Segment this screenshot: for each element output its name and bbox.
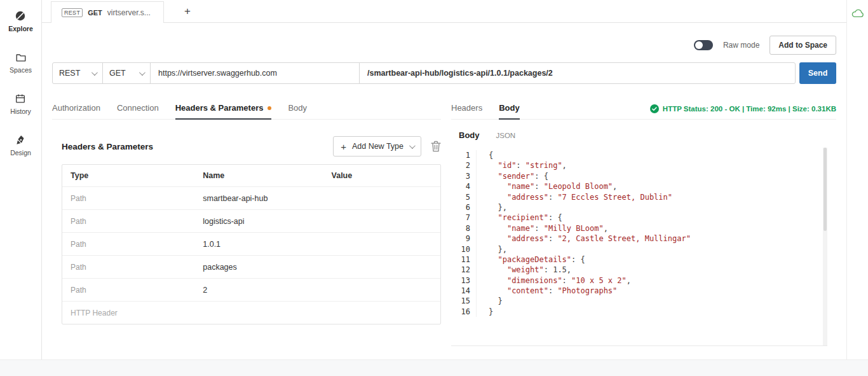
cloud-icon[interactable] — [851, 9, 865, 19]
add-new-type-button[interactable]: + Add New Type — [333, 136, 421, 157]
toggle-knob — [695, 41, 703, 49]
param-name: logistics-api — [194, 217, 323, 226]
response-body-header: Body JSON — [451, 130, 836, 140]
swaggerhub-explore-app: ExploreSpacesHistoryDesign REST GET virt… — [0, 0, 868, 376]
param-row[interactable]: Pathpackages — [62, 255, 440, 278]
request-tab-authorization[interactable]: Authorization — [52, 98, 100, 120]
method-select[interactable]: GET — [102, 62, 151, 84]
param-row[interactable]: Pathsmartbear-api-hub — [62, 186, 440, 209]
toolbar: Raw mode Add to Space — [42, 23, 846, 61]
params-table: TypeNameValue Pathsmartbear-api-hubPathl… — [62, 164, 441, 324]
params-panel: Headers & Parameters + Add New Type — [52, 136, 441, 324]
param-row[interactable]: Path2 — [62, 278, 440, 301]
sidebar-item-label: Spaces — [10, 66, 32, 74]
history-icon — [15, 93, 26, 104]
design-icon — [15, 134, 27, 146]
response-body-editor[interactable]: 12345678910111213141516 { "id": "string"… — [451, 148, 827, 346]
sidebar-item-spaces[interactable]: Spaces — [10, 52, 32, 74]
param-type: Path — [62, 286, 194, 295]
right-rail — [846, 0, 868, 376]
raw-mode-label: Raw mode — [723, 41, 759, 50]
request-tabs-row: AuthorizationConnectionHeaders & Paramet… — [52, 98, 441, 120]
request-tab-body[interactable]: Body — [288, 98, 307, 120]
response-panel: HeadersBody HTTP Status: 200 - OK | Time… — [451, 98, 836, 346]
params-table-body: Pathsmartbear-api-hubPathlogistics-apiPa… — [62, 186, 440, 324]
response-status: HTTP Status: 200 - OK | Time: 92ms | Siz… — [650, 104, 836, 113]
tab-label: Connection — [117, 103, 159, 113]
param-type: Path — [62, 194, 194, 203]
check-circle-icon — [650, 104, 659, 113]
tab-label: Body — [288, 103, 307, 113]
param-name: smartbear-api-hub — [194, 194, 323, 203]
request-tab-connection[interactable]: Connection — [117, 98, 159, 120]
response-tab-body[interactable]: Body — [499, 98, 520, 120]
response-body-title: Body — [459, 130, 480, 140]
code-block: 12345678910111213141516 { "id": "string"… — [459, 150, 827, 317]
params-panel-title: Headers & Parameters — [62, 142, 153, 151]
protocol-select[interactable]: REST — [52, 62, 103, 84]
sidebar-nav: ExploreSpacesHistoryDesign — [0, 0, 42, 376]
param-row[interactable]: Path1.0.1 — [62, 232, 440, 255]
response-tabs: HeadersBody — [451, 98, 520, 120]
tab-label: Body — [499, 103, 520, 113]
main-area: REST GET virtserver.s... + Raw mode Add … — [42, 0, 846, 376]
param-type: Path — [62, 263, 194, 272]
method-value: GET — [109, 69, 126, 78]
chevron-down-icon — [92, 69, 98, 76]
param-row[interactable]: HTTP Header — [62, 301, 440, 324]
response-body-format: JSON — [496, 132, 516, 139]
param-type: HTTP Header — [62, 309, 194, 317]
trash-icon[interactable] — [431, 141, 441, 152]
param-row[interactable]: Pathlogistics-api — [62, 209, 440, 232]
response-tabs-row: HeadersBody HTTP Status: 200 - OK | Time… — [451, 98, 836, 120]
chevron-down-icon — [409, 143, 416, 149]
response-tab-headers[interactable]: Headers — [451, 98, 482, 120]
sidebar-item-history[interactable]: History — [10, 93, 31, 115]
editor-scrollbar[interactable] — [823, 148, 827, 345]
request-document-tab[interactable]: REST GET virtserver.s... — [51, 1, 164, 23]
request-tabs: AuthorizationConnectionHeaders & Paramet… — [52, 98, 307, 120]
column-header-type: Type — [62, 171, 194, 180]
sidebar-item-explore[interactable]: Explore — [8, 10, 33, 32]
param-type: Path — [62, 217, 194, 226]
base-url-input[interactable] — [150, 62, 360, 84]
unsaved-changes-dot — [268, 106, 271, 110]
tab-protocol-badge: REST — [62, 8, 83, 17]
spaces-icon — [15, 52, 27, 63]
sidebar-item-label: Design — [10, 149, 31, 157]
tab-label: Headers — [451, 103, 482, 113]
new-tab-button[interactable]: + — [180, 2, 194, 21]
param-type: Path — [62, 240, 194, 249]
bottom-strip — [0, 359, 868, 376]
add-new-type-label: Add New Type — [352, 142, 403, 151]
explore-icon — [15, 10, 26, 22]
sidebar-item-label: Explore — [8, 25, 33, 32]
path-input[interactable] — [359, 62, 796, 84]
sidebar-item-label: History — [10, 108, 31, 115]
scrollbar-thumb[interactable] — [824, 148, 827, 231]
response-status-text: HTTP Status: 200 - OK | Time: 92ms | Siz… — [663, 105, 836, 113]
chevron-down-icon — [139, 69, 146, 76]
param-name: 1.0.1 — [194, 240, 323, 249]
line-numbers: 12345678910111213141516 — [459, 150, 477, 317]
send-button[interactable]: Send — [799, 62, 836, 84]
code-lines: { "id": "string", "sender": { "name": "L… — [477, 150, 691, 317]
param-name: 2 — [194, 286, 323, 295]
raw-mode-toggle[interactable] — [694, 40, 713, 50]
request-bar: REST GET Send — [42, 62, 846, 84]
document-tabbar: REST GET virtserver.s... + — [42, 0, 846, 23]
param-name: packages — [194, 263, 323, 272]
protocol-value: REST — [59, 69, 80, 78]
request-panel: AuthorizationConnectionHeaders & Paramet… — [52, 98, 441, 346]
tab-label: Authorization — [52, 103, 100, 113]
tab-title: virtserver.s... — [107, 8, 151, 17]
request-tab-headers-parameters[interactable]: Headers & Parameters — [175, 98, 272, 120]
params-panel-header: Headers & Parameters + Add New Type — [62, 136, 441, 157]
column-header-value: Value — [323, 171, 440, 180]
column-header-name: Name — [194, 171, 323, 180]
plus-icon: + — [341, 142, 346, 151]
content-area: AuthorizationConnectionHeaders & Paramet… — [42, 98, 846, 346]
sidebar-item-design[interactable]: Design — [10, 134, 31, 157]
add-to-space-button[interactable]: Add to Space — [770, 36, 836, 55]
tab-label: Headers & Parameters — [175, 103, 264, 113]
